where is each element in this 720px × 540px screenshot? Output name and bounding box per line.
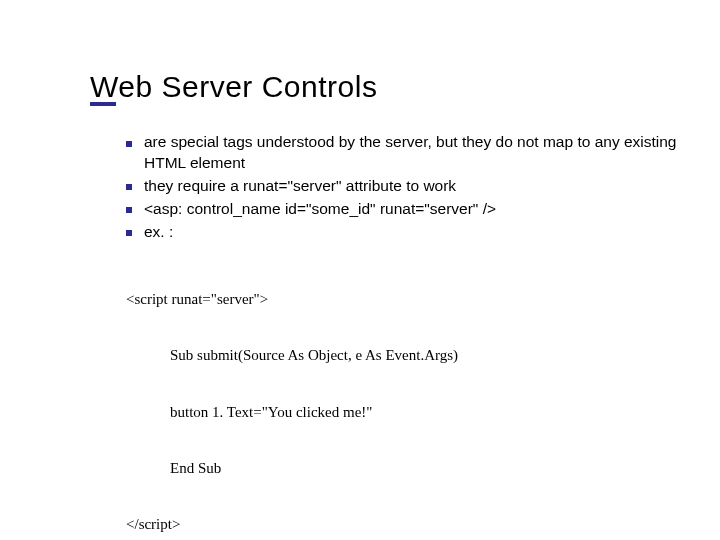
bullet-text: are special tags understood by the serve… bbox=[144, 133, 677, 171]
list-item: they require a runat="server" attribute … bbox=[126, 176, 690, 197]
code-line: End Sub bbox=[170, 459, 690, 478]
page-title: Web Server Controls bbox=[90, 70, 690, 104]
code-line: Sub submit(Source As Object, e As Event.… bbox=[170, 346, 690, 365]
list-item: are special tags understood by the serve… bbox=[126, 132, 690, 174]
bullet-text: they require a runat="server" attribute … bbox=[144, 177, 456, 194]
code-block: <script runat="server"> Sub submit(Sourc… bbox=[126, 253, 690, 540]
bullet-square-icon bbox=[126, 184, 132, 190]
bullet-square-icon bbox=[126, 230, 132, 236]
slide: Web Server Controls are special tags und… bbox=[0, 0, 720, 540]
list-item: <asp: control_name id="some_id" runat="s… bbox=[126, 199, 690, 220]
bullet-text: ex. : bbox=[144, 223, 173, 240]
code-line: <script runat="server"> bbox=[126, 290, 690, 309]
bullet-square-icon bbox=[126, 141, 132, 147]
code-line: button 1. Text="You clicked me!" bbox=[170, 403, 690, 422]
bullet-list: are special tags understood by the serve… bbox=[126, 132, 690, 243]
bullet-square-icon bbox=[126, 207, 132, 213]
accent-bar-icon bbox=[90, 102, 116, 106]
list-item: ex. : bbox=[126, 222, 690, 243]
bullet-text: <asp: control_name id="some_id" runat="s… bbox=[144, 200, 496, 217]
code-line: </script> bbox=[126, 515, 690, 534]
